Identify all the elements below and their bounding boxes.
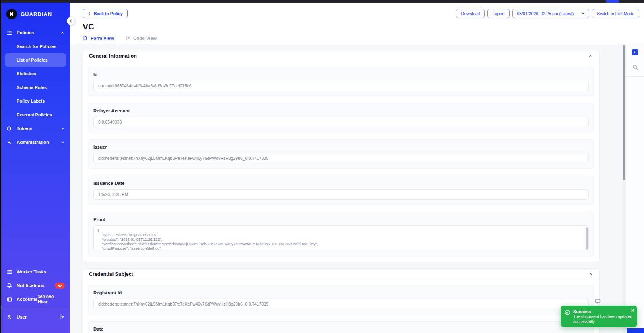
field-card-date: Date	[88, 321, 594, 333]
tab-label: Form View	[91, 36, 114, 41]
sidebar-item-label: Schema Rules	[17, 85, 47, 90]
sidebar-item-label: List of Policies	[17, 58, 48, 62]
relayer-account-input[interactable]	[93, 117, 589, 127]
sidebar-item-label: Notifications	[17, 283, 45, 288]
browser-top-accent	[606, 0, 619, 3]
sidebar-item-notifications[interactable]: Notifications 82	[1, 279, 70, 292]
back-to-policy-button[interactable]: Back to Policy	[83, 9, 128, 18]
sidebar-item-label: Administration	[17, 140, 49, 145]
admin-icon	[6, 139, 12, 145]
sidebar-item-label: Search for Policies	[17, 44, 56, 49]
page-header: Back to Policy Download Export 05/01/202…	[70, 3, 644, 44]
comment-icon[interactable]	[594, 298, 601, 304]
download-button[interactable]: Download	[456, 9, 485, 18]
toast-message: The document has been updated successful…	[573, 314, 634, 324]
sidebar-divider	[1, 308, 70, 308]
corner-accent	[627, 328, 644, 333]
registrant-id-input[interactable]	[93, 299, 589, 309]
tab-code-view[interactable]: Code View	[125, 35, 157, 41]
accounts-balance: 369.090 Hbar	[37, 294, 65, 304]
main-scrollbar-track[interactable]	[623, 44, 625, 333]
code-icon	[125, 35, 130, 41]
sidebar-item-external-policies[interactable]: External Policies	[5, 108, 66, 122]
sidebar-collapse-button[interactable]	[67, 17, 75, 25]
general-information-panel: General Information Id Relayer Account I…	[83, 50, 600, 262]
token-icon	[6, 126, 12, 132]
sidebar-item-accounts[interactable]: Accounts 369.090 Hbar	[1, 292, 70, 306]
brand-logo: GUARDIAN	[1, 3, 70, 23]
logout-icon[interactable]	[59, 314, 65, 320]
bell-icon	[6, 283, 12, 289]
general-information-body: Id Relayer Account Issuer Issuance Date …	[83, 62, 599, 262]
list-icon	[6, 30, 12, 36]
switch-to-edit-mode-button[interactable]: Switch to Edit Mode	[592, 9, 639, 18]
proof-line: "verificationMethod": "did:hedera:testne…	[98, 242, 582, 246]
back-button-label: Back to Policy	[94, 11, 123, 16]
field-card-issuer: Issuer	[88, 139, 594, 169]
sidebar-footer: Worker Tasks Notifications 82 Accounts 3…	[1, 265, 70, 333]
sidebar-item-schema-rules[interactable]: Schema Rules	[5, 81, 66, 94]
sidebar-item-label: Tokens	[17, 126, 32, 131]
close-icon[interactable]	[631, 308, 634, 312]
version-select[interactable]: 05/01/2026, 02:25 pm (Latest)	[512, 9, 590, 18]
field-card-issuance-date: Issuance Date	[88, 176, 594, 205]
proof-line: "type": "Ed25519Signature2018",	[98, 232, 582, 237]
sidebar-item-worker-tasks[interactable]: Worker Tasks	[1, 265, 70, 279]
search-icon[interactable]	[632, 64, 638, 70]
sidebar-item-policies[interactable]: Policies	[1, 26, 70, 39]
chevron-down-icon	[60, 140, 65, 145]
hedera-logo-icon	[6, 9, 17, 19]
export-button[interactable]: Export	[487, 9, 509, 18]
sidebar-item-administration[interactable]: Administration	[1, 135, 70, 149]
toast-title: Success	[573, 309, 634, 314]
page-title: VC	[83, 22, 94, 31]
proof-line: "created": "2026-01-05T11:25:33Z",	[98, 237, 582, 242]
field-label: Issuer	[93, 145, 589, 149]
proof-textarea[interactable]: { "type": "Ed25519Signature2018", "creat…	[93, 225, 589, 251]
field-card-proof: Proof { "type": "Ed25519Signature2018", …	[88, 212, 594, 256]
tab-label: Code View	[133, 36, 157, 41]
proof-line: "proofPurpose": "assertionMethod",	[98, 246, 582, 250]
sidebar-nav: Policies Search for Policies List of Pol…	[1, 26, 70, 149]
check-circle-icon	[564, 310, 570, 327]
sidebar-item-search-for-policies[interactable]: Search for Policies	[5, 39, 66, 53]
sidebar-item-label: Policies	[17, 30, 34, 35]
general-information-header[interactable]: General Information	[83, 50, 599, 62]
main-scrollbar-thumb[interactable]	[623, 45, 625, 180]
sidebar-item-policy-labels[interactable]: Policy Labels	[5, 94, 66, 108]
sidebar-item-tokens[interactable]: Tokens	[1, 122, 70, 135]
version-selected-value: 05/01/2026, 02:25 pm (Latest)	[517, 11, 574, 16]
sidebar: GUARDIAN Policies Search for Policies Li…	[1, 3, 70, 333]
issuer-input[interactable]	[93, 153, 589, 163]
field-label: Issuance Date	[93, 181, 589, 186]
sidebar-item-label: Policy Labels	[17, 99, 45, 103]
window-left-edge	[0, 0, 1, 333]
field-card-id: Id	[88, 67, 594, 96]
sidebar-item-user[interactable]: User	[1, 310, 70, 324]
proof-line: "jws": "eyJhbGciOiJFZERTQSIsImNyaXQiOlsi…	[98, 250, 582, 251]
tab-form-view[interactable]: Form View	[83, 35, 114, 41]
field-label: Relayer Account	[93, 108, 589, 113]
sidebar-item-list-of-policies[interactable]: List of Policies	[5, 53, 66, 67]
panel-toggle-icon[interactable]	[632, 49, 638, 55]
wallet-icon	[6, 296, 12, 302]
sidebar-item-label: Worker Tasks	[17, 269, 46, 274]
header-actions: Download Export 05/01/2026, 02:25 pm (La…	[456, 9, 639, 18]
sidebar-item-label: External Policies	[17, 112, 52, 117]
view-tabs: Form View Code View	[83, 35, 157, 41]
credential-subject-header[interactable]: Credential Subject	[83, 269, 599, 280]
issuance-date-input[interactable]	[93, 189, 589, 200]
chevron-down-icon	[581, 11, 585, 16]
field-label: Date	[93, 327, 589, 331]
sidebar-item-statistics[interactable]: Statistics	[5, 67, 66, 81]
proof-scrollbar[interactable]	[586, 227, 588, 250]
sidebar-item-label: User	[17, 314, 27, 319]
sidebar-item-label: Accounts	[17, 297, 37, 302]
browser-top-strip	[0, 0, 644, 3]
field-label: Id	[93, 72, 589, 77]
field-card-registrant-id: Registrant Id	[88, 285, 594, 314]
brand-name: GUARDIAN	[21, 11, 52, 17]
id-input[interactable]	[93, 81, 589, 91]
field-label: Registrant Id	[93, 290, 589, 295]
right-toolbar	[625, 44, 644, 333]
